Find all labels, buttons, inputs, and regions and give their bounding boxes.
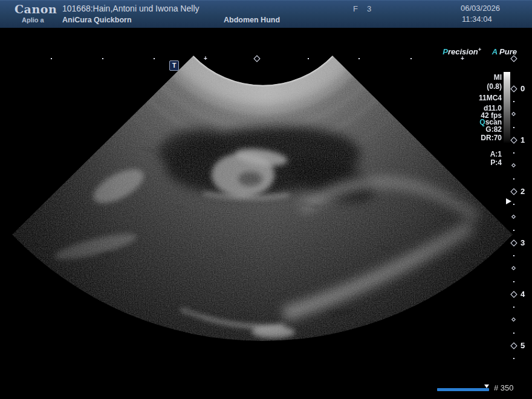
cine-position-handle[interactable]: [484, 384, 489, 388]
grayscale-map-bar: [504, 72, 510, 143]
depth-label: 2: [521, 187, 525, 196]
scale-mark-dot: [410, 58, 412, 59]
clinic-name: AniCura Quickborn: [62, 16, 132, 24]
imaging-mode-labels: Precision+ APure: [339, 47, 517, 56]
scale-mark-dot: [513, 127, 514, 128]
ultrasound-screen: Canon Aplio a 101668:Hain,Antoni und Iwo…: [0, 0, 532, 399]
scale-mark-dot: [513, 204, 514, 205]
param-a_value: A:1: [423, 150, 502, 158]
patient-id-name: 101668:Hain,Antoni und Iwona Nelly: [62, 4, 199, 13]
param-p_value: P:4: [423, 158, 502, 167]
frame-number: 3: [367, 4, 371, 13]
param-mi_label: MI: [423, 73, 502, 82]
scale-mark-dot: [513, 101, 514, 102]
scale-mark-dot: [358, 58, 360, 59]
param-frame_rate: 42 fps: [423, 111, 502, 120]
param-transducer: 11MC4: [423, 94, 502, 102]
ultrasound-image: [0, 0, 532, 399]
focus-position-marker[interactable]: [506, 198, 511, 204]
scale-mark-plus: +: [204, 56, 207, 62]
scale-mark-dot: [513, 178, 514, 180]
cine-progress-bar[interactable]: [437, 388, 489, 391]
scale-mark-dot: [513, 230, 514, 231]
param-gain: G:82: [423, 125, 502, 134]
param-mi_value: (0.8): [423, 82, 502, 91]
exam-date: 06/03/2026: [461, 4, 500, 13]
depth-label: 0: [521, 84, 525, 93]
scale-mark-dot: [513, 307, 514, 308]
scale-mark-dot: [308, 58, 309, 59]
scale-mark-dot: [513, 358, 514, 359]
scale-mark-dot: [513, 332, 514, 334]
depth-label: 4: [521, 290, 525, 299]
header-bar: Canon Aplio a 101668:Hain,Antoni und Iwo…: [0, 0, 532, 28]
scale-mark-plus: +: [461, 56, 464, 62]
study-preset: Abdomen Hund: [224, 16, 280, 24]
depth-label: 3: [521, 238, 525, 247]
orientation-marker: T: [169, 60, 179, 71]
frame-counter: # 350: [494, 383, 514, 392]
scale-mark-dot: [51, 58, 52, 59]
scale-mark-dot: [513, 281, 514, 282]
exam-time: 11:34:04: [462, 15, 492, 24]
scale-mark-dot: [513, 255, 514, 256]
depth-label: 1: [521, 135, 525, 144]
system-model: Aplio a: [22, 16, 44, 24]
scale-mark-dot: [154, 58, 155, 59]
scale-mark-dot: [513, 152, 514, 154]
canon-logo: Canon: [15, 2, 57, 16]
param-dynamic_range: DR:70: [423, 134, 502, 142]
depth-label: 5: [521, 341, 525, 350]
scale-mark-dot: [102, 58, 103, 59]
frame-label: F: [353, 4, 358, 13]
